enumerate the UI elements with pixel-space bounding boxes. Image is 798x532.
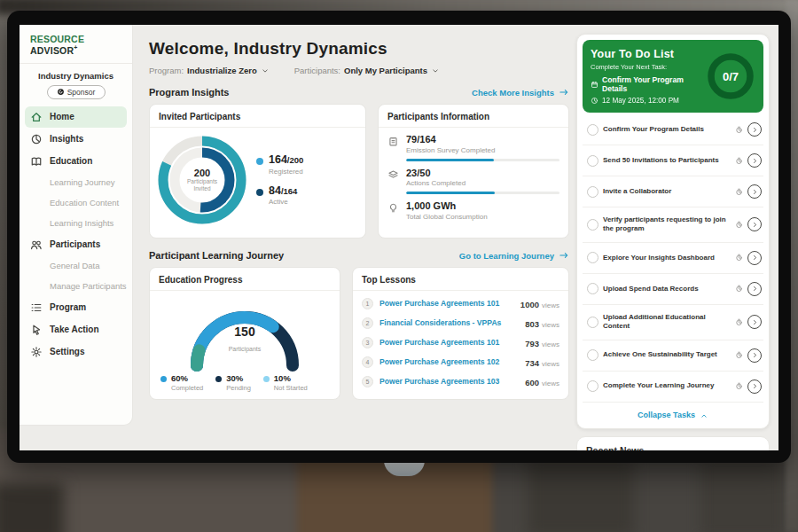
todo-checkbox[interactable] <box>587 317 598 328</box>
sidebar-item-home[interactable]: Home <box>25 106 127 128</box>
sidebar-item-education[interactable]: Education <box>25 151 127 172</box>
legend-text: 30%Pending <box>226 374 251 392</box>
recent-news-card: Recent News <box>576 436 770 450</box>
sidebar-item-program[interactable]: Program <box>25 297 127 318</box>
check-more-insights-link[interactable]: Check More Insights <box>472 87 569 98</box>
todo-item-label: Confirm Your Program Details <box>603 125 731 134</box>
invited-card-title: Invited Participants <box>150 105 365 128</box>
recent-news-title: Recent News <box>586 445 760 450</box>
todo-item-upload-spend-data-records[interactable]: Upload Spend Data Records <box>583 274 763 305</box>
todo-item-achieve-one-sustainability-target[interactable]: Achieve One Sustainability Target <box>583 340 763 372</box>
todo-item-open-button[interactable] <box>747 217 762 231</box>
lesson-row: 2Financial Considerations - VPPAs803view… <box>362 313 559 332</box>
brand-plus: + <box>74 44 77 51</box>
app-logo: RESOURCE ADVISOR+ <box>20 34 132 64</box>
background-shadow-blob <box>700 454 785 532</box>
top-lessons-card: Top Lessons 1Power Purchase Agreements 1… <box>352 267 569 400</box>
todo-item-verify-participants-requesting-to-join-the-program[interactable]: Verify participants requesting to join t… <box>583 207 763 243</box>
sidebar-item-insights[interactable]: Insights <box>25 129 127 150</box>
todo-item-upload-additional-educational-content[interactable]: Upload Additional Educational Content <box>583 305 763 340</box>
education-legend-item: 30%Pending <box>215 374 251 392</box>
todo-item-label: Invite a Collaborator <box>603 187 731 196</box>
todo-counter: 0/7 <box>706 51 755 101</box>
lesson-title-link[interactable]: Power Purchase Agreements 101 <box>379 299 514 308</box>
section-title-program-insights: Program Insights <box>149 87 229 98</box>
todo-checkbox[interactable] <box>587 252 598 263</box>
gauge-center-value: 150 <box>150 325 340 339</box>
todo-next-date: 12 May 2025, 12:00 PM <box>602 97 679 105</box>
sidebar-item-learning-journey[interactable]: Learning Journey <box>25 173 127 192</box>
top-lessons-title: Top Lessons <box>353 268 568 291</box>
main-content: Welcome, Industry Dynamics Program: Indu… <box>149 25 569 450</box>
lesson-title-link[interactable]: Power Purchase Agreements 102 <box>379 357 519 366</box>
filters-row: Program: Industrialize Zero Participants… <box>149 66 569 75</box>
todo-item-open-button[interactable] <box>747 251 762 265</box>
lesson-title-link[interactable]: Power Purchase Agreements 103 <box>379 377 519 386</box>
todo-item-open-button[interactable] <box>747 282 762 296</box>
lesson-title-link[interactable]: Power Purchase Agreements 101 <box>379 338 519 347</box>
program-filter[interactable]: Program: Industrialize Zero <box>149 66 270 75</box>
legend-dot <box>160 376 167 382</box>
brand-advisor: ADVISOR <box>30 45 74 56</box>
todo-item-open-button[interactable] <box>747 348 762 363</box>
go-to-learning-journey-link[interactable]: Go to Learning Journey <box>459 250 569 261</box>
chevron-down-icon <box>261 66 270 75</box>
lesson-rank: 5 <box>362 376 373 387</box>
sidebar-item-learning-insights[interactable]: Learning Insights <box>25 214 127 233</box>
collapse-tasks-link[interactable]: Collapse Tasks <box>583 403 763 423</box>
todo-item-open-button[interactable] <box>747 122 762 137</box>
lightbulb-icon <box>387 202 399 214</box>
sidebar-item-take-action[interactable]: Take Action <box>25 319 127 340</box>
sidebar-item-label: Insights <box>50 134 83 144</box>
todo-item-open-button[interactable] <box>747 153 762 168</box>
sidebar-item-label: Learning Insights <box>50 218 113 228</box>
sidebar-item-label: General Data <box>50 261 100 270</box>
lesson-title-link[interactable]: Financial Considerations - VPPAs <box>379 318 519 327</box>
todo-header-left: Your To Do List Complete Your Next Task:… <box>591 48 706 105</box>
sidebar-item-settings[interactable]: Settings <box>25 341 127 363</box>
sidebar-item-participants[interactable]: Participants <box>25 234 127 255</box>
home-icon <box>30 111 43 123</box>
todo-item-label: Send 50 Invitations to Participants <box>603 156 731 165</box>
education-legend-item: 10%Not Started <box>263 374 308 392</box>
sidebar-item-manage-participants[interactable]: Manage Participants <box>25 277 127 296</box>
todo-checkbox[interactable] <box>587 283 598 294</box>
todo-item-explore-your-insights-dashboard[interactable]: Explore Your Insights Dashboard <box>583 243 763 274</box>
sidebar-item-general-data[interactable]: General Data <box>25 256 127 276</box>
invited-donut-chart: 200 Participants Invited <box>155 133 249 227</box>
todo-item-open-button[interactable] <box>747 315 762 329</box>
sidebar-item-education-content[interactable]: Education Content <box>25 193 127 213</box>
timer-icon <box>735 285 743 293</box>
progress-bar <box>406 159 559 161</box>
program-filter-value: Industrialize Zero <box>187 66 257 75</box>
lesson-views: 734views <box>525 354 559 370</box>
todo-checkbox[interactable] <box>587 349 598 361</box>
lesson-rank: 1 <box>362 298 373 309</box>
legend-dot <box>263 376 270 382</box>
insights-icon <box>30 133 43 145</box>
todo-item-confirm-your-program-details[interactable]: Confirm Your Program Details <box>583 114 763 145</box>
lesson-views: 600views <box>525 373 559 389</box>
todo-checkbox[interactable] <box>587 155 598 167</box>
todo-item-open-button[interactable] <box>747 184 762 199</box>
chevron-down-icon <box>431 66 440 75</box>
calendar-icon <box>591 81 598 89</box>
todo-subtitle: Complete Your Next Task: <box>591 63 706 71</box>
todo-checkbox[interactable] <box>587 124 598 136</box>
todo-item-open-button[interactable] <box>747 379 762 394</box>
todo-item-send-50-invitations-to-participants[interactable]: Send 50 Invitations to Participants <box>583 145 763 176</box>
participants-filter[interactable]: Participants: Only My Participants <box>294 66 440 75</box>
todo-checkbox[interactable] <box>587 380 598 392</box>
participants-info-rows: 79/164Emission Survey Completed23/50Acti… <box>379 128 568 221</box>
background-corner-shadow <box>0 483 64 532</box>
legend-value: 60% <box>171 374 203 383</box>
timer-icon <box>735 382 743 390</box>
todo-item-invite-a-collaborator[interactable]: Invite a Collaborator <box>583 176 763 207</box>
todo-item-complete-your-learning-journey[interactable]: Complete Your Learning Journey <box>583 372 763 403</box>
todo-checkbox[interactable] <box>587 219 598 231</box>
take-action-icon <box>30 324 43 336</box>
donut-center: 200 Participants Invited <box>155 133 249 227</box>
todo-checkbox[interactable] <box>587 186 598 198</box>
program-icon <box>30 301 43 314</box>
participants-info-row-body: 79/164Emission Survey Completed <box>406 134 559 161</box>
